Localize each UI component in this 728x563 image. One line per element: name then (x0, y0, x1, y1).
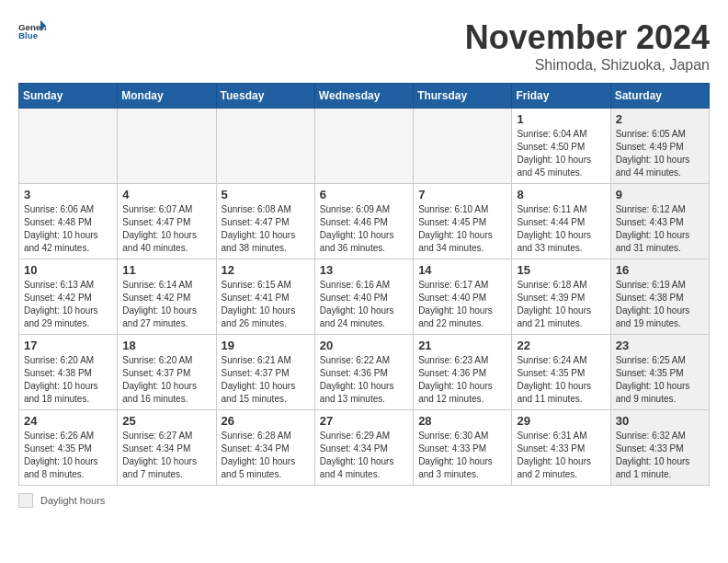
location-subtitle: Shimoda, Shizuoka, Japan (465, 57, 710, 74)
calendar-cell-w4-d7: 23Sunrise: 6:25 AM Sunset: 4:35 PM Dayli… (610, 335, 709, 410)
day-info: Sunrise: 6:08 AM Sunset: 4:47 PM Dayligh… (222, 203, 310, 255)
day-info: Sunrise: 6:09 AM Sunset: 4:46 PM Dayligh… (320, 203, 408, 255)
calendar-cell-w5-d1: 24Sunrise: 6:26 AM Sunset: 4:35 PM Dayli… (19, 410, 118, 486)
day-number: 25 (122, 414, 210, 428)
calendar-cell-w2-d6: 8Sunrise: 6:11 AM Sunset: 4:44 PM Daylig… (512, 184, 610, 259)
calendar-cell-w2-d1: 3Sunrise: 6:06 AM Sunset: 4:48 PM Daylig… (19, 184, 118, 259)
legend-label: Daylight hours (40, 495, 105, 506)
calendar-cell-w4-d2: 18Sunrise: 6:20 AM Sunset: 4:37 PM Dayli… (118, 335, 216, 410)
header-thursday: Thursday (414, 84, 512, 109)
calendar-cell-w2-d2: 4Sunrise: 6:07 AM Sunset: 4:47 PM Daylig… (118, 184, 216, 259)
day-number: 1 (517, 112, 605, 126)
day-info: Sunrise: 6:29 AM Sunset: 4:34 PM Dayligh… (320, 430, 408, 481)
day-number: 3 (24, 188, 112, 201)
day-info: Sunrise: 6:10 AM Sunset: 4:45 PM Dayligh… (418, 203, 506, 255)
header-wednesday: Wednesday (314, 84, 413, 109)
day-info: Sunrise: 6:07 AM Sunset: 4:47 PM Dayligh… (122, 203, 210, 255)
day-info: Sunrise: 6:17 AM Sunset: 4:40 PM Dayligh… (418, 279, 506, 330)
calendar-cell-w3-d5: 14Sunrise: 6:17 AM Sunset: 4:40 PM Dayli… (414, 259, 512, 335)
day-number: 27 (320, 414, 408, 428)
page-header: General Blue November 2024 Shimoda, Shiz… (18, 18, 710, 74)
day-info: Sunrise: 6:27 AM Sunset: 4:34 PM Dayligh… (122, 430, 210, 481)
day-info: Sunrise: 6:21 AM Sunset: 4:37 PM Dayligh… (222, 354, 310, 406)
logo-icon: General Blue (18, 18, 46, 41)
month-title: November 2024 (465, 18, 710, 57)
calendar-cell-w5-d3: 26Sunrise: 6:28 AM Sunset: 4:34 PM Dayli… (216, 410, 314, 486)
day-number: 14 (418, 263, 506, 277)
calendar-cell-w5-d4: 27Sunrise: 6:29 AM Sunset: 4:34 PM Dayli… (314, 410, 413, 486)
calendar-cell-w5-d2: 25Sunrise: 6:27 AM Sunset: 4:34 PM Dayli… (118, 410, 216, 486)
day-number: 16 (616, 263, 704, 277)
day-info: Sunrise: 6:14 AM Sunset: 4:42 PM Dayligh… (122, 279, 210, 330)
day-number: 10 (24, 263, 112, 277)
day-number: 7 (418, 188, 506, 201)
calendar-cell-w3-d4: 13Sunrise: 6:16 AM Sunset: 4:40 PM Dayli… (314, 259, 413, 335)
calendar-cell-w1-d7: 2Sunrise: 6:05 AM Sunset: 4:49 PM Daylig… (610, 109, 709, 184)
day-number: 12 (222, 263, 310, 277)
calendar-cell-w5-d7: 30Sunrise: 6:32 AM Sunset: 4:33 PM Dayli… (610, 410, 709, 486)
day-number: 23 (616, 339, 704, 352)
day-info: Sunrise: 6:23 AM Sunset: 4:36 PM Dayligh… (418, 354, 506, 406)
calendar-cell-w3-d3: 12Sunrise: 6:15 AM Sunset: 4:41 PM Dayli… (216, 259, 314, 335)
svg-text:Blue: Blue (18, 30, 39, 40)
day-number: 18 (122, 339, 210, 352)
day-number: 29 (517, 414, 605, 428)
day-number: 9 (616, 188, 704, 201)
legend-box (18, 493, 33, 508)
day-number: 26 (222, 414, 310, 428)
calendar-cell-w1-d1 (19, 109, 118, 184)
calendar-cell-w1-d4 (314, 109, 413, 184)
calendar-cell-w3-d6: 15Sunrise: 6:18 AM Sunset: 4:39 PM Dayli… (512, 259, 610, 335)
day-number: 5 (222, 188, 310, 201)
day-info: Sunrise: 6:20 AM Sunset: 4:37 PM Dayligh… (122, 354, 210, 406)
header-sunday: Sunday (19, 84, 118, 109)
calendar-cell-w4-d4: 20Sunrise: 6:22 AM Sunset: 4:36 PM Dayli… (314, 335, 413, 410)
day-info: Sunrise: 6:28 AM Sunset: 4:34 PM Dayligh… (222, 430, 310, 481)
day-info: Sunrise: 6:15 AM Sunset: 4:41 PM Dayligh… (222, 279, 310, 330)
day-info: Sunrise: 6:25 AM Sunset: 4:35 PM Dayligh… (616, 354, 704, 406)
day-number: 28 (418, 414, 506, 428)
week-row-4: 17Sunrise: 6:20 AM Sunset: 4:38 PM Dayli… (19, 335, 710, 410)
day-number: 11 (122, 263, 210, 277)
day-number: 22 (517, 339, 605, 352)
day-info: Sunrise: 6:11 AM Sunset: 4:44 PM Dayligh… (517, 203, 605, 255)
day-number: 30 (616, 414, 704, 428)
calendar-cell-w4-d5: 21Sunrise: 6:23 AM Sunset: 4:36 PM Dayli… (414, 335, 512, 410)
day-number: 19 (222, 339, 310, 352)
calendar-header-row: Sunday Monday Tuesday Wednesday Thursday… (19, 84, 710, 109)
calendar-cell-w5-d5: 28Sunrise: 6:30 AM Sunset: 4:33 PM Dayli… (414, 410, 512, 486)
week-row-1: 1Sunrise: 6:04 AM Sunset: 4:50 PM Daylig… (19, 109, 710, 184)
day-number: 20 (320, 339, 408, 352)
calendar-cell-w2-d4: 6Sunrise: 6:09 AM Sunset: 4:46 PM Daylig… (314, 184, 413, 259)
day-info: Sunrise: 6:30 AM Sunset: 4:33 PM Dayligh… (418, 430, 506, 481)
calendar-cell-w1-d5 (414, 109, 512, 184)
title-area: November 2024 Shimoda, Shizuoka, Japan (465, 18, 710, 74)
calendar-cell-w4-d6: 22Sunrise: 6:24 AM Sunset: 4:35 PM Dayli… (512, 335, 610, 410)
calendar-cell-w1-d2 (118, 109, 216, 184)
logo: General Blue (18, 18, 46, 41)
calendar-cell-w2-d5: 7Sunrise: 6:10 AM Sunset: 4:45 PM Daylig… (414, 184, 512, 259)
calendar-cell-w5-d6: 29Sunrise: 6:31 AM Sunset: 4:33 PM Dayli… (512, 410, 610, 486)
calendar-cell-w3-d1: 10Sunrise: 6:13 AM Sunset: 4:42 PM Dayli… (19, 259, 118, 335)
day-number: 17 (24, 339, 112, 352)
day-info: Sunrise: 6:32 AM Sunset: 4:33 PM Dayligh… (616, 430, 704, 481)
week-row-3: 10Sunrise: 6:13 AM Sunset: 4:42 PM Dayli… (19, 259, 710, 335)
day-info: Sunrise: 6:16 AM Sunset: 4:40 PM Dayligh… (320, 279, 408, 330)
day-number: 15 (517, 263, 605, 277)
day-info: Sunrise: 6:19 AM Sunset: 4:38 PM Dayligh… (616, 279, 704, 330)
calendar-cell-w4-d3: 19Sunrise: 6:21 AM Sunset: 4:37 PM Dayli… (216, 335, 314, 410)
day-number: 4 (122, 188, 210, 201)
week-row-5: 24Sunrise: 6:26 AM Sunset: 4:35 PM Dayli… (19, 410, 710, 486)
day-info: Sunrise: 6:12 AM Sunset: 4:43 PM Dayligh… (616, 203, 704, 255)
week-row-2: 3Sunrise: 6:06 AM Sunset: 4:48 PM Daylig… (19, 184, 710, 259)
header-monday: Monday (118, 84, 216, 109)
calendar-cell-w4-d1: 17Sunrise: 6:20 AM Sunset: 4:38 PM Dayli… (19, 335, 118, 410)
header-friday: Friday (512, 84, 610, 109)
legend: Daylight hours (18, 493, 710, 508)
day-info: Sunrise: 6:05 AM Sunset: 4:49 PM Dayligh… (616, 128, 704, 179)
header-tuesday: Tuesday (216, 84, 314, 109)
day-info: Sunrise: 6:24 AM Sunset: 4:35 PM Dayligh… (517, 354, 605, 406)
day-info: Sunrise: 6:04 AM Sunset: 4:50 PM Dayligh… (517, 128, 605, 179)
day-number: 13 (320, 263, 408, 277)
calendar-table: Sunday Monday Tuesday Wednesday Thursday… (18, 83, 710, 486)
